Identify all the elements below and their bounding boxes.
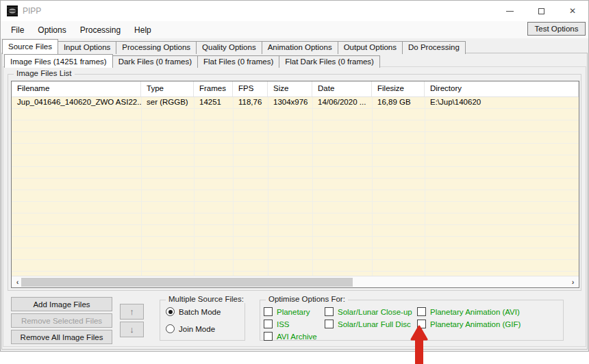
col-header-fps[interactable]: FPS: [233, 81, 268, 96]
grid-vline: [194, 97, 195, 276]
solar-lunar-fulldisc-label: Solar/Lunar Full Disc: [338, 320, 411, 328]
remove-selected-files-button[interactable]: Remove Selected Files: [11, 313, 112, 328]
horizontal-scrollbar[interactable]: ‹ ›: [12, 276, 579, 287]
col-header-filename[interactable]: Filename: [12, 81, 141, 96]
solar-lunar-fulldisc-checkbox[interactable]: [325, 320, 334, 328]
solar-lunar-fulldisc-option[interactable]: Solar/Lunar Full Disc: [325, 320, 411, 328]
col-header-frames[interactable]: Frames: [194, 81, 233, 96]
multiple-source-files-label: Multiple Source Files:: [166, 295, 247, 303]
menu-help[interactable]: Help: [127, 23, 158, 38]
tab-quality-options[interactable]: Quality Options: [197, 41, 262, 54]
planetary-label: Planetary: [277, 308, 310, 316]
solar-lunar-closeup-checkbox[interactable]: [325, 307, 334, 316]
image-files-table[interactable]: Filename Type Frames FPS Size Date Files…: [11, 81, 579, 288]
tab-flat-files[interactable]: Flat Files (0 frames): [198, 55, 279, 68]
optimise-options-label: Optimise Options For:: [266, 295, 348, 303]
menu-options[interactable]: Options: [31, 23, 73, 38]
planetary-checkbox[interactable]: [264, 307, 273, 316]
avi-archive-label: AVI Archive: [277, 333, 317, 341]
col-header-size[interactable]: Size: [268, 81, 312, 96]
tab-do-processing[interactable]: Do Processing: [403, 41, 466, 54]
image-files-list-group: Image Files List Filename Type Frames FP…: [8, 74, 581, 291]
app-icon: [7, 5, 18, 16]
grid-vline: [372, 97, 373, 276]
close-icon: ✕: [569, 7, 576, 15]
cell-filename: Jup_041646_140620_ZWO ASI22...: [12, 97, 141, 108]
tab-animation-options[interactable]: Animation Options: [262, 41, 338, 54]
tab-source-files[interactable]: Source Files: [2, 39, 58, 54]
remove-all-image-files-button[interactable]: Remove All Image Files: [11, 330, 112, 344]
multiple-source-files-group: Multiple Source Files: Batch Mode Join M…: [160, 300, 245, 341]
avi-archive-option[interactable]: AVI Archive: [264, 332, 317, 341]
red-arrow-annotation: [408, 322, 435, 364]
minimize-icon: [506, 11, 514, 12]
tab-dark-files[interactable]: Dark Files (0 frames): [113, 55, 198, 68]
menu-file[interactable]: File: [4, 23, 31, 38]
close-button[interactable]: ✕: [557, 1, 588, 21]
tab-output-options[interactable]: Output Options: [338, 41, 403, 54]
move-up-button[interactable]: ↑: [120, 304, 144, 320]
menu-bar: File Options Processing Help: [1, 21, 588, 38]
iss-option[interactable]: ISS: [264, 320, 290, 328]
join-mode-radio[interactable]: [166, 324, 175, 333]
files-tab-strip: Image Files (14251 frames) Dark Files (0…: [4, 54, 380, 68]
cell-size: 1304x976: [268, 97, 312, 108]
solar-lunar-closeup-option[interactable]: Solar/Lunar Close-up: [325, 307, 412, 316]
col-header-type[interactable]: Type: [141, 81, 194, 96]
planetary-animation-gif-label: Planetary Animation (GIF): [430, 320, 521, 328]
pipp-window: PIPP ✕ File Options Processing Help Test…: [0, 0, 589, 352]
title-bar[interactable]: PIPP ✕: [1, 1, 588, 21]
menu-processing[interactable]: Processing: [73, 23, 127, 38]
maximize-button[interactable]: [525, 1, 557, 21]
grid-vline: [312, 97, 313, 276]
up-arrow-icon: ↑: [129, 307, 134, 317]
col-header-directory[interactable]: Directory: [425, 81, 579, 96]
cell-type: ser (RGGB): [141, 97, 194, 108]
tab-input-options[interactable]: Input Options: [58, 41, 116, 54]
join-mode-option[interactable]: Join Mode: [166, 324, 215, 333]
table-header-row: Filename Type Frames FPS Size Date Files…: [12, 81, 579, 97]
scroll-right-icon[interactable]: ›: [567, 276, 579, 288]
minimize-button[interactable]: [494, 1, 525, 21]
iss-checkbox[interactable]: [264, 320, 273, 328]
batch-mode-option[interactable]: Batch Mode: [166, 307, 221, 316]
grid-vline: [141, 97, 142, 276]
solar-lunar-closeup-label: Solar/Lunar Close-up: [338, 308, 412, 316]
cell-date: 14/06/2020 ...: [312, 97, 372, 108]
cell-frames: 14251: [194, 97, 233, 108]
grid-vline: [233, 97, 234, 276]
image-files-list-label: Image Files List: [14, 69, 75, 77]
maximize-icon: [538, 8, 544, 14]
test-options-button[interactable]: Test Options: [527, 22, 586, 36]
window-title: PIPP: [23, 6, 41, 16]
tab-processing-options[interactable]: Processing Options: [116, 41, 197, 54]
planetary-animation-avi-checkbox[interactable]: [417, 307, 426, 316]
planetary-animation-avi-label: Planetary Animation (AVI): [430, 308, 520, 316]
down-arrow-icon: ↓: [129, 324, 134, 335]
cell-fps: 118,76: [233, 97, 268, 108]
planetary-option[interactable]: Planetary: [264, 307, 310, 316]
iss-label: ISS: [277, 320, 290, 328]
move-down-button[interactable]: ↓: [120, 322, 144, 337]
col-header-date[interactable]: Date: [312, 81, 372, 96]
cell-filesize: 16,89 GB: [372, 97, 425, 108]
grid-vline: [268, 97, 268, 276]
batch-mode-label: Batch Mode: [179, 308, 221, 316]
batch-mode-radio[interactable]: [166, 307, 175, 316]
table-row[interactable]: Jup_041646_140620_ZWO ASI22... ser (RGGB…: [12, 97, 579, 109]
avi-archive-checkbox[interactable]: [264, 332, 273, 341]
grid-vline: [425, 97, 425, 276]
planetary-animation-avi-option[interactable]: Planetary Animation (AVI): [417, 307, 520, 316]
join-mode-label: Join Mode: [179, 325, 215, 333]
tab-flat-dark-files[interactable]: Flat Dark Files (0 frames): [279, 55, 380, 68]
col-header-filesize[interactable]: Filesize: [372, 81, 425, 96]
cell-directory: E:\Jup\140620: [425, 97, 579, 108]
empty-rows-grid: [12, 109, 579, 276]
add-image-files-button[interactable]: Add Image Files: [11, 297, 112, 311]
main-tab-strip: Source Files Input Options Processing Op…: [2, 39, 466, 54]
tab-image-files[interactable]: Image Files (14251 frames): [4, 54, 113, 68]
scrollbar-thumb[interactable]: [21, 278, 353, 287]
